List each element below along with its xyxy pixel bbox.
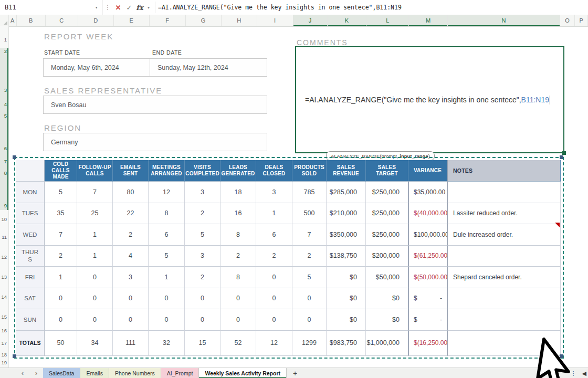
table-header-sales-target[interactable]: SALES TARGET xyxy=(366,160,408,182)
cell-wed-count[interactable]: 6 xyxy=(256,224,292,246)
cell-mon-count[interactable]: 12 xyxy=(149,182,185,203)
cell-sat-count[interactable]: 0 xyxy=(113,288,149,310)
row-header-10[interactable]: 10 xyxy=(1,217,7,222)
column-header-L[interactable]: L xyxy=(366,15,409,26)
formula-bar-dots-icon[interactable]: ⋮ xyxy=(103,0,112,15)
cell-thurs-count[interactable]: 4 xyxy=(113,246,149,267)
cell-thurs-count[interactable]: 5 xyxy=(149,246,185,267)
cell-thurs-count[interactable]: 2 xyxy=(45,246,77,267)
cell-sun-count[interactable]: 0 xyxy=(113,309,149,331)
fill-handle[interactable] xyxy=(562,151,566,155)
table-header-visits-completed[interactable]: VISITS COMPLETED xyxy=(185,160,220,182)
sheet-tab-emails[interactable]: Emails xyxy=(80,368,109,378)
cell-wed-target[interactable]: $250,000 xyxy=(366,224,408,246)
cell-wed-count[interactable]: 7 xyxy=(45,224,77,246)
cell-tues-count[interactable]: 500 xyxy=(292,203,327,225)
column-header-J[interactable]: J xyxy=(293,15,328,26)
row-header-9[interactable]: 9 xyxy=(4,203,7,208)
table-header-deals-closed[interactable]: DEALS CLOSED xyxy=(256,160,292,182)
cell-tues-target[interactable]: $250,000 xyxy=(366,203,408,225)
cell-tues-count[interactable]: 25 xyxy=(77,203,113,225)
cell-fri-count[interactable]: 3 xyxy=(113,267,149,288)
cell-mon-note[interactable] xyxy=(447,182,561,203)
cell-fri-count[interactable]: 5 xyxy=(292,267,327,288)
table-row-label-mon[interactable]: MON xyxy=(16,182,45,203)
cell-sat-note[interactable] xyxy=(447,288,561,310)
table-row-label-fri[interactable]: FRI xyxy=(16,267,45,288)
start-date-field[interactable]: Monday, May 6th, 2024 xyxy=(43,58,159,77)
cell-thurs-count[interactable]: 3 xyxy=(185,246,220,267)
table-header-products-sold[interactable]: PRODUCTS SOLD xyxy=(292,160,327,182)
table-header-leads-generated[interactable]: LEADS GENERATED xyxy=(220,160,256,182)
cell-mon-count[interactable]: 18 xyxy=(220,182,256,203)
cell-fri-count[interactable]: 0 xyxy=(77,267,113,288)
name-box-chevron-icon[interactable]: ▾ xyxy=(95,5,98,10)
cell-sun-count[interactable]: 0 xyxy=(292,309,327,331)
cell-tues-count[interactable]: 8 xyxy=(149,203,185,225)
cell-thurs-revenue[interactable]: $138,750 xyxy=(327,246,366,267)
cell-totals-count[interactable]: 1299 xyxy=(292,331,327,356)
cell-wed-count[interactable]: 7 xyxy=(292,224,327,246)
cell-fri-revenue[interactable]: $0 xyxy=(327,267,366,288)
cell-sat-count[interactable]: 0 xyxy=(77,288,113,310)
cell-sat-revenue[interactable]: $0 xyxy=(327,288,366,310)
cell-fri-note[interactable]: Shepard canceled order. xyxy=(447,267,561,288)
cell-sun-count[interactable]: 0 xyxy=(220,309,256,331)
cell-tues-count[interactable]: 2 xyxy=(185,203,220,225)
cell-sun-revenue[interactable]: $0 xyxy=(327,309,366,331)
cell-thurs-count[interactable]: 2 xyxy=(220,246,256,267)
row-header-6[interactable]: 6 xyxy=(4,146,7,151)
table-header-day[interactable] xyxy=(16,160,45,182)
column-header-E[interactable]: E xyxy=(114,15,150,26)
cell-sun-count[interactable]: 0 xyxy=(185,309,220,331)
column-header-D[interactable]: D xyxy=(78,15,114,26)
column-header-P[interactable]: P xyxy=(575,15,588,26)
cell-sat-count[interactable]: 0 xyxy=(45,288,77,310)
cell-sat-variance[interactable]: $- xyxy=(408,288,447,310)
cell-thurs-variance[interactable]: $(61,250.00) xyxy=(408,246,447,267)
table-header-sales-revenue[interactable]: SALES REVENUE xyxy=(327,160,366,182)
cell-sun-count[interactable]: 0 xyxy=(45,309,77,331)
formula-input[interactable]: =AI.ANALYZE_RANGE("Give me the key insig… xyxy=(158,0,588,15)
row-header-2[interactable]: 2 xyxy=(4,49,7,54)
cell-sat-target[interactable]: $0 xyxy=(366,288,408,310)
cell-thurs-count[interactable]: 2 xyxy=(292,246,327,267)
table-row-label-sun[interactable]: SUN xyxy=(16,309,45,331)
formula-bar-chevron-icon[interactable]: ▾ xyxy=(145,0,152,15)
cell-thurs-target[interactable]: $200,000 xyxy=(366,246,408,267)
cell-tues-count[interactable]: 16 xyxy=(220,203,256,225)
cell-wed-revenue[interactable]: $350,000 xyxy=(327,224,366,246)
row-header-16[interactable]: 16 xyxy=(1,328,7,333)
table-row-label-thurs[interactable]: THURS xyxy=(16,246,45,267)
cell-mon-revenue[interactable]: $285,000 xyxy=(327,182,366,203)
cell-totals-target[interactable]: $1,000,000 xyxy=(366,331,408,356)
sheet-tab-weekly-sales-activity-report[interactable]: Weekly Sales Activity Report xyxy=(199,368,287,378)
cell-fri-count[interactable]: 2 xyxy=(185,267,220,288)
cell-mon-count[interactable]: 785 xyxy=(292,182,327,203)
cell-wed-variance[interactable]: $100,000.00 xyxy=(408,224,447,246)
column-header-C[interactable]: C xyxy=(46,15,78,26)
table-header-notes[interactable]: NOTES xyxy=(447,160,561,182)
cell-tues-count[interactable]: 22 xyxy=(113,203,149,225)
cell-tues-count[interactable]: 35 xyxy=(45,203,77,225)
sales-rep-field[interactable]: Sven Bosau xyxy=(43,96,267,114)
cell-thurs-count[interactable]: 2 xyxy=(256,246,292,267)
row-header-15[interactable]: 15 xyxy=(1,314,7,320)
prev-sheet-button[interactable]: ‹ xyxy=(16,368,29,378)
table-row-label-totals[interactable]: TOTALS xyxy=(16,331,45,356)
confirm-entry-icon[interactable]: ✓ xyxy=(124,0,134,15)
cell-totals-revenue[interactable]: $983,750 xyxy=(327,331,366,356)
row-header-14[interactable]: 14 xyxy=(1,295,7,300)
table-header-cold-calls-made[interactable]: COLD CALLS MADE xyxy=(45,160,77,182)
cell-sat-count[interactable]: 0 xyxy=(256,288,292,310)
column-header-M[interactable]: M xyxy=(409,15,448,26)
column-header-F[interactable]: F xyxy=(150,15,186,26)
cell-fri-variance[interactable]: $(50,000.00) xyxy=(408,267,447,288)
cell-sun-note[interactable] xyxy=(447,309,561,331)
cell-wed-count[interactable]: 1 xyxy=(77,224,113,246)
cell-wed-count[interactable]: 6 xyxy=(149,224,185,246)
column-header-B[interactable]: B xyxy=(17,15,46,26)
column-header-K[interactable]: K xyxy=(328,15,367,26)
cell-fri-count[interactable]: 1 xyxy=(45,267,77,288)
row-header-12[interactable]: 12 xyxy=(1,255,7,260)
